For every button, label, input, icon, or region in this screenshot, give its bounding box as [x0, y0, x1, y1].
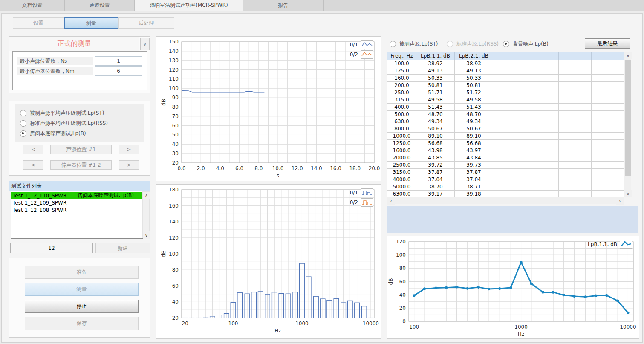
min-source-positions-field[interactable]: 1	[95, 56, 142, 66]
table-row[interactable]: 200.050.8150.81	[387, 82, 624, 89]
table-cell: 1250.0	[387, 140, 416, 147]
scroll-left-icon[interactable]: ‹	[387, 197, 395, 205]
table-cell: 39.17	[416, 191, 455, 198]
table-cell	[592, 133, 624, 140]
table-cell: 43.98	[416, 147, 455, 154]
measure-button[interactable]: 测量	[25, 283, 139, 296]
source-position-label-button[interactable]: 声源位置 #1	[50, 145, 112, 154]
radio-lp-b-view[interactable]: 背景噪声,Lp(B)	[503, 40, 549, 48]
table-row[interactable]: 1250.056.6856.68	[387, 140, 624, 147]
svg-text:14.0: 14.0	[311, 165, 322, 171]
file-list-item[interactable]: Test 1_12_108_SPWR	[11, 206, 142, 214]
mode-selector-value[interactable]: 正式的测量	[9, 37, 139, 51]
radio-label: 背景噪声,Lp(B)	[513, 40, 549, 48]
table-cell	[493, 162, 526, 169]
table-row[interactable]: 3150.037.8737.87	[387, 169, 624, 176]
svg-text:12.0: 12.0	[292, 165, 303, 171]
mic-position-prev-button[interactable]: <	[23, 160, 43, 170]
subtab-settings[interactable]: 设置	[13, 17, 64, 29]
svg-text:100: 100	[409, 324, 419, 330]
table-row[interactable]: 5000.038.7038.71	[387, 183, 624, 191]
radio-lp-b-test[interactable]: 房间本底噪声测试,Lp(B)	[20, 130, 86, 137]
table-row[interactable]: 160.050.3350.33	[387, 75, 624, 82]
table-header-cell[interactable]: LpB,1,1, dB	[416, 52, 455, 60]
file-list-item[interactable]: Test 1_12_110_SPWR房间本底噪声测试,Lp(B)	[11, 192, 142, 199]
file-count-button[interactable]: 12	[10, 243, 93, 253]
source-position-next-button[interactable]: >	[119, 145, 139, 154]
stop-button[interactable]: 停止	[25, 300, 139, 313]
table-cell	[526, 75, 559, 82]
svg-text:100: 100	[169, 85, 179, 91]
svg-text:100: 100	[396, 252, 406, 258]
table-row[interactable]: 2000.043.8543.84	[387, 154, 624, 162]
legend-entry: 0/1	[350, 188, 373, 197]
table-row[interactable]: 1000.089.1089.10	[387, 133, 624, 140]
tab-report[interactable]: 报告	[243, 0, 324, 11]
scroll-down-icon[interactable]: ∨	[143, 231, 150, 239]
table-header-cell[interactable]: LpB,2,1, dB	[455, 52, 493, 60]
radio-lp-rss-view[interactable]: 标准声源,Lp(RSS)	[447, 40, 499, 48]
mic-position-next-button[interactable]: >	[119, 160, 139, 170]
prepare-button[interactable]: 准备	[25, 266, 139, 279]
table-header-cell[interactable]	[526, 52, 559, 60]
final-result-button[interactable]: 最后结果	[585, 38, 630, 49]
min-mic-positions-field[interactable]: 6	[95, 66, 142, 76]
legend-entry: 0/1	[350, 40, 373, 49]
table-row[interactable]: 500.048.7048.70	[387, 111, 624, 118]
table-row[interactable]: 250.051.7151.72	[387, 89, 624, 96]
table-header-cell[interactable]	[559, 52, 592, 60]
table-row[interactable]: 6300.039.1739.18	[387, 191, 624, 198]
table-cell	[526, 111, 559, 118]
radio-lp-st-view[interactable]: 被测声源,Lp(ST)	[390, 40, 438, 48]
svg-text:80: 80	[399, 265, 406, 271]
table-cell: 49.58	[416, 96, 455, 104]
scroll-up-icon[interactable]: ∧	[624, 52, 632, 59]
scroll-up-icon[interactable]: ∧	[143, 192, 150, 199]
table-cell	[592, 183, 624, 191]
table-row[interactable]: 400.051.4351.43	[387, 104, 624, 111]
radio-icon	[20, 130, 26, 137]
table-cell	[493, 183, 526, 191]
subtab-postprocess[interactable]: 后处理	[118, 17, 174, 29]
table-row[interactable]: 2500.039.7239.73	[387, 162, 624, 169]
table-row[interactable]: 630.049.3449.34	[387, 118, 624, 125]
table-cell: 49.34	[416, 118, 455, 125]
file-name: Test 1_12_108_SPWR	[13, 207, 66, 213]
save-button[interactable]: 保存	[25, 317, 139, 330]
radio-lp-rss-test[interactable]: 标准声源平均声压级测试,Lp(RSS)	[20, 120, 108, 127]
table-row[interactable]: 4000.037.0437.04	[387, 176, 624, 183]
table-cell: 49.13	[416, 67, 455, 75]
file-list-scrollbar[interactable]: ∧ ∨	[142, 191, 150, 238]
radio-lp-st-test[interactable]: 被测声源平均声压级测试,Lp(ST)	[20, 110, 104, 117]
file-list-item[interactable]: Test 1_12_109_SPWR	[11, 199, 142, 206]
chevron-down-icon: ∨	[143, 41, 147, 47]
table-vertical-scrollbar[interactable]: ∧ ∨	[624, 52, 631, 197]
table-cell: 39.72	[416, 162, 455, 169]
tab-channel-settings[interactable]: 通道设置	[65, 0, 135, 11]
table-header-cell[interactable]: Freq., Hz	[387, 52, 416, 60]
tab-mcr-spwr[interactable]: 混响室法测试声功率(MCR-SPWR)	[135, 0, 243, 11]
scroll-down-icon[interactable]: ∨	[624, 190, 632, 197]
measurement-mode-panel: 正式的测量 ∨ 最小声源位置数，Ns 1 最小传声器位置数，Nm 6	[9, 36, 150, 93]
scrollbar-thumb[interactable]	[625, 60, 631, 176]
table-cell: 56.68	[455, 140, 493, 147]
radio-label: 被测声源平均声压级测试,Lp(ST)	[30, 110, 104, 117]
table-row[interactable]: 1600.043.9843.97	[387, 147, 624, 154]
table-row[interactable]: 125.049.1349.13	[387, 67, 624, 75]
table-row[interactable]: 800.050.6750.67	[387, 125, 624, 133]
spectrum-chart: 2040608010012014016018020100100010000Hzd…	[156, 184, 381, 339]
mode-selector-dropdown-button[interactable]: ∨	[140, 38, 150, 50]
table-header-cell[interactable]	[493, 52, 526, 60]
svg-text:20: 20	[172, 160, 179, 166]
table-horizontal-scrollbar[interactable]: ‹ ›	[387, 197, 624, 204]
tab-document-settings[interactable]: 文档设置	[0, 0, 65, 11]
table-row[interactable]: 315.049.5849.58	[387, 96, 624, 104]
mic-position-label-button[interactable]: 传声器位置 #1-2	[50, 160, 112, 170]
subtab-measure[interactable]: 测量	[64, 17, 118, 29]
source-position-prev-button[interactable]: <	[23, 145, 43, 154]
table-cell	[592, 191, 624, 198]
table-row[interactable]: 100.038.9238.93	[387, 60, 624, 67]
scroll-right-icon[interactable]: ›	[616, 197, 624, 205]
new-file-button[interactable]: 新建	[95, 243, 150, 253]
table-header-cell[interactable]	[592, 52, 624, 60]
